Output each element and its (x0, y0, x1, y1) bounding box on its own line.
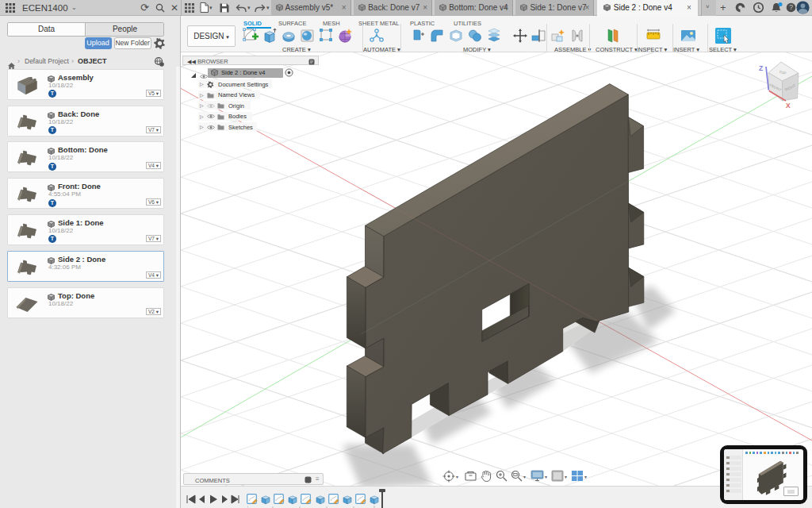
svg-text:X: X (786, 102, 791, 110)
svg-text:Z: Z (759, 64, 763, 72)
svg-text:?: ? (789, 3, 793, 11)
